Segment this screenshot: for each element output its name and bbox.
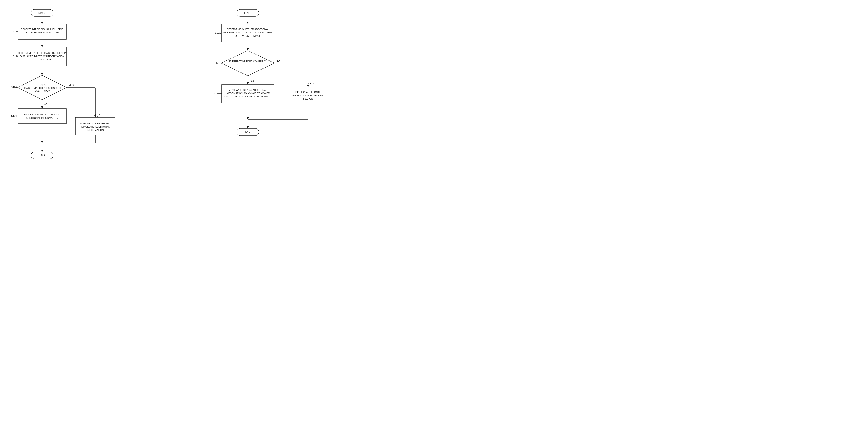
- s103-yes-label: YES: [69, 84, 73, 87]
- s101-label: S101: [13, 30, 19, 33]
- s102-text-line3: ON IMAGE TYPE: [33, 58, 52, 61]
- s112-diamond: [221, 51, 274, 76]
- s114-label: S114: [308, 82, 314, 85]
- s104-label: S104: [11, 114, 17, 117]
- end-label-1: END: [39, 154, 44, 157]
- s105-text-line2: IMAGE AND ADDITIONAL: [81, 125, 110, 128]
- s111-text-line3: OF REVERSED IMAGE: [235, 35, 261, 37]
- s113-text-line2: INFORMATION SO AS NOT TO COVER: [226, 92, 270, 95]
- s113-label: S113: [214, 92, 220, 95]
- start-label-1: START: [38, 11, 46, 14]
- s112-text-line1: IS EFFECTIVE PART COVERED?: [229, 60, 267, 63]
- s105-label: S105: [95, 113, 101, 116]
- end-label-2: END: [245, 131, 250, 133]
- s111-label: S111: [215, 31, 221, 34]
- s102-label: S102: [13, 55, 19, 58]
- s103-no-label: NO: [44, 103, 48, 106]
- s101-text-line1: RECEIVE IMAGE SIGNAL INCLUDING: [21, 28, 63, 31]
- s103-label: S103: [11, 86, 17, 89]
- s112-yes-label: YES: [249, 79, 254, 82]
- s102-text-line2: DISPLAYED BASED ON INFORMATION: [20, 55, 64, 58]
- s103-text-line3: USER TYPE?: [35, 90, 50, 92]
- s112-no-label: NO: [276, 59, 280, 62]
- s104-text-line1: DISPLAY REVERSED IMAGE AND: [23, 113, 61, 116]
- s102-text-line1: DETERMINE TYPE OF IMAGE CURRENTLY: [18, 52, 67, 54]
- s101-text-line2: INFORMATION ON IMAGE TYPE: [24, 31, 61, 34]
- s105-text-line3: INFORMATION: [87, 129, 104, 131]
- s113-text-line1: MOVE AND DISPLAY ADDITIONAL: [228, 89, 267, 91]
- s112-label: S112: [213, 62, 219, 64]
- s111-text-line1: DETERMINE WHETHER ADDITIONAL: [226, 28, 269, 31]
- s104-text-line2: ADDITIONAL INFORMATION: [26, 116, 58, 119]
- s103-text-line2: IMAGE TYPE CORRESPOND TO: [24, 87, 61, 89]
- s103-text-line1: DOES: [38, 84, 45, 87]
- flowchart-diagrams: START RECEIVE IMAGE SIGNAL INCLUDING INF…: [0, 0, 434, 218]
- s111-text-line2: INFORMATION COVERS EFFECTIVE PART: [223, 31, 272, 34]
- start-label-2: START: [244, 11, 252, 14]
- s114-text-line2: INFORMATION IN ORIGINAL: [292, 94, 324, 97]
- s114-text-line3: REGION: [303, 98, 313, 100]
- s113-text-line3: EFFECTIVE PART OF REVERSED IMAGE: [224, 95, 271, 98]
- s104-box: [18, 108, 66, 124]
- s114-text-line1: DISPLAY ADDITIONAL: [296, 91, 321, 94]
- s105-text-line1: DISPLAY NON-REVERSED: [80, 122, 111, 125]
